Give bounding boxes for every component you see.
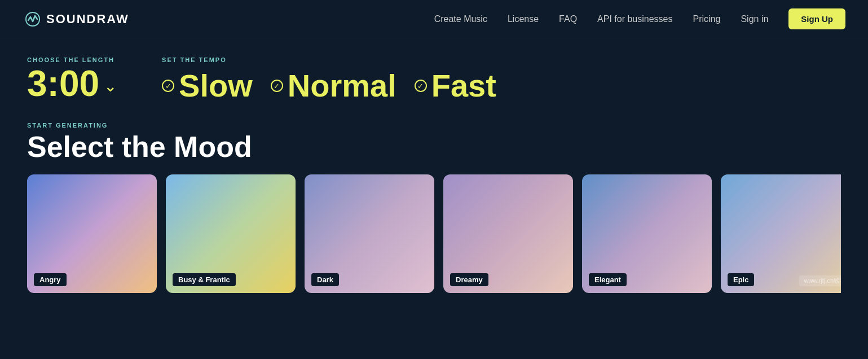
mood-card-elegant[interactable]: Elegant xyxy=(582,174,712,293)
watermark: www.rjtj.cn软荐 xyxy=(799,275,841,286)
controls-row: CHOOSE THE LENGTH 3:00 ⌄ SET THE TEMPO ✓… xyxy=(27,56,841,102)
nav-create-music[interactable]: Create Music xyxy=(434,14,487,24)
mood-card-epic[interactable]: Epic www.rjtj.cn软荐 xyxy=(721,174,841,293)
signup-button[interactable]: Sign Up xyxy=(788,8,845,29)
logo-text: SOUNDRAW xyxy=(46,12,129,27)
main-content: CHOOSE THE LENGTH 3:00 ⌄ SET THE TEMPO ✓… xyxy=(0,38,868,304)
tempo-fast-check: ✓ xyxy=(415,80,427,92)
tempo-slow[interactable]: ✓ Slow xyxy=(162,70,253,102)
tempo-slow-check: ✓ xyxy=(162,80,174,92)
mood-section: START GENERATING Select the Mood Angry B… xyxy=(27,122,841,293)
tempo-slow-label: Slow xyxy=(179,70,253,102)
nav-links: Create Music License FAQ API for busines… xyxy=(434,8,845,29)
tempo-fast-label: Fast xyxy=(431,70,496,102)
length-label: CHOOSE THE LENGTH xyxy=(27,56,117,63)
tempo-group: SET THE TEMPO ✓ Slow ✓ Normal ✓ Fast xyxy=(162,56,496,102)
mood-card-elegant-label: Elegant xyxy=(589,273,627,286)
mood-card-dreamy[interactable]: Dreamy xyxy=(443,174,573,293)
signin-button[interactable]: Sign in xyxy=(741,14,768,24)
nav-pricing[interactable]: Pricing xyxy=(693,14,721,24)
mood-card-angry[interactable]: Angry xyxy=(27,174,157,293)
mood-cards: Angry Busy & Frantic Dark Dreamy Elegant… xyxy=(27,174,841,293)
length-value-row: 3:00 ⌄ xyxy=(27,65,117,102)
navbar: SOUNDRAW Create Music License FAQ API fo… xyxy=(0,0,868,38)
length-dropdown-icon[interactable]: ⌄ xyxy=(104,77,117,95)
mood-card-busy-label: Busy & Frantic xyxy=(173,273,236,286)
length-display: 3:00 xyxy=(27,65,99,102)
mood-card-busy[interactable]: Busy & Frantic xyxy=(166,174,296,293)
mood-card-epic-label: Epic xyxy=(728,273,754,286)
tempo-normal-check: ✓ xyxy=(271,80,283,92)
nav-api[interactable]: API for businesses xyxy=(597,14,672,24)
mood-card-dreamy-label: Dreamy xyxy=(450,273,488,286)
nav-faq[interactable]: FAQ xyxy=(559,14,577,24)
logo[interactable]: SOUNDRAW xyxy=(23,9,129,29)
tempo-fast[interactable]: ✓ Fast xyxy=(415,70,496,102)
tempo-label: SET THE TEMPO xyxy=(162,56,496,63)
nav-license[interactable]: License xyxy=(508,14,539,24)
mood-card-dark-label: Dark xyxy=(311,273,339,286)
tempo-options: ✓ Slow ✓ Normal ✓ Fast xyxy=(162,70,496,102)
tempo-normal-label: Normal xyxy=(288,70,396,102)
mood-title: Select the Mood xyxy=(27,131,841,163)
length-group: CHOOSE THE LENGTH 3:00 ⌄ xyxy=(27,56,117,102)
mood-card-dark[interactable]: Dark xyxy=(305,174,434,293)
mood-sublabel: START GENERATING xyxy=(27,122,841,129)
mood-card-angry-label: Angry xyxy=(34,273,67,286)
tempo-normal[interactable]: ✓ Normal xyxy=(271,70,396,102)
